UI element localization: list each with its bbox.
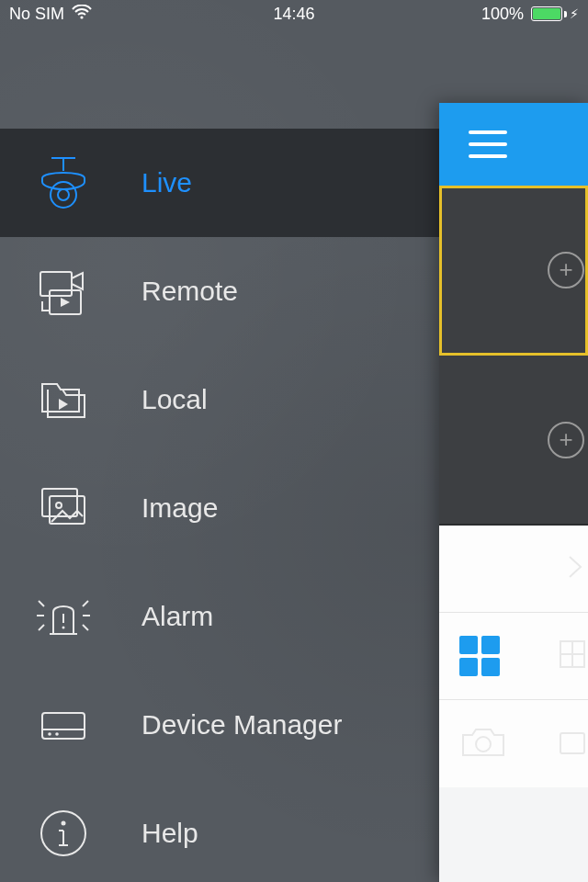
battery-percent-label: 100% [481,5,524,24]
layout-2x2-button[interactable] [459,636,500,676]
svg-point-24 [55,732,59,736]
svg-line-17 [39,625,44,630]
menu-label: Live [141,167,192,198]
hamburger-menu-button[interactable] [469,130,507,158]
menu-label: Alarm [141,601,213,632]
menu-label: Remote [141,276,238,307]
svg-point-30 [476,737,491,752]
menu-item-remote[interactable]: Remote [0,237,439,345]
menu-item-help[interactable]: Help [0,779,439,882]
svg-marker-8 [59,399,68,410]
image-gallery-icon [31,476,96,540]
menu-item-local[interactable]: Local [0,345,439,454]
svg-point-4 [58,189,69,200]
menu-item-image[interactable]: Image [0,454,439,562]
toolbar-row-capture [439,700,588,787]
wifi-icon [72,5,92,24]
sidebar-menu: Live Remote Lo [0,129,439,882]
device-drive-icon [31,693,96,757]
status-bar: No SIM 14:46 100% ⚡︎ [0,0,588,28]
svg-point-0 [80,16,83,18]
toolbar-row-ptz [439,526,588,613]
clock-label: 14:46 [273,5,314,24]
menu-label: Device Manager [141,709,342,741]
svg-point-23 [48,732,51,736]
menu-item-alarm[interactable]: Alarm [0,562,439,671]
svg-point-11 [56,503,62,508]
menu-item-device-manager[interactable]: Device Manager [0,671,439,779]
svg-line-18 [83,601,88,606]
menu-item-live[interactable]: Live [0,129,439,237]
main-header [439,103,588,186]
add-channel-icon[interactable]: + [548,252,584,288]
toolbar-row-layout [439,613,588,700]
svg-line-15 [39,601,44,606]
menu-label: Image [141,492,218,524]
svg-point-3 [51,182,76,208]
ptz-indicator-icon[interactable] [568,555,584,582]
camera-live-icon [31,151,96,215]
menu-label: Local [141,384,208,415]
svg-rect-5 [40,272,72,296]
svg-marker-7 [61,298,70,307]
layout-more-icon[interactable] [559,634,586,678]
video-cell-1[interactable]: + [439,186,588,356]
svg-point-14 [62,627,65,629]
add-channel-icon[interactable]: + [548,422,584,458]
battery-icon: ⚡︎ [531,6,579,21]
video-cell-2[interactable]: + [439,356,588,526]
menu-label: Help [141,818,198,849]
alarm-siren-icon [31,584,96,649]
record-button[interactable] [559,724,586,764]
video-grid: + + [439,186,588,526]
remote-playback-icon [31,259,96,323]
toolbar [439,526,588,787]
info-icon [31,801,96,865]
carrier-label: No SIM [9,5,64,24]
local-folder-icon [31,368,96,432]
svg-rect-31 [560,733,584,753]
snapshot-button[interactable] [459,724,507,764]
svg-point-26 [62,821,66,826]
svg-line-20 [83,625,88,630]
main-panel-peek: + + [439,103,588,882]
